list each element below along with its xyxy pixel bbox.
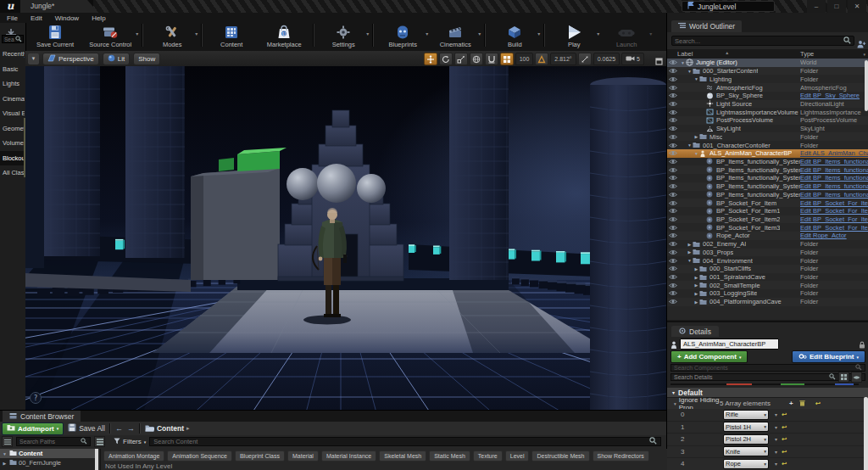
tree-item-content[interactable]: ▼Content [0, 449, 95, 458]
sidebar-item-all-class[interactable]: All Class [0, 165, 25, 181]
sidebar-item-blockout[interactable]: Blockout [0, 151, 25, 166]
filters-button[interactable]: Filters ▾ [114, 438, 146, 446]
play-button[interactable]: ▾Play [548, 23, 600, 48]
place-search-input[interactable]: Sea [2, 35, 24, 43]
collapse-arrow-icon[interactable]: ▶ [687, 242, 693, 247]
outliner-row[interactable]: BP_Sky_SphereEdit BP_Sky_Sphere [667, 92, 868, 100]
close-button[interactable]: ✕ [848, 0, 866, 13]
outliner-row[interactable]: ▼000_StarterContentFolder [667, 67, 868, 76]
reset-to-default-icon[interactable]: ↩ [782, 448, 787, 456]
visibility-eye-icon[interactable] [667, 134, 678, 140]
outliner-row[interactable]: ▶003_PropsFolder [667, 249, 868, 257]
expand-arrow-icon[interactable]: ▼ [680, 60, 686, 65]
rotation-snap-value[interactable]: 2.812° [550, 53, 576, 65]
outliner-search-input[interactable]: Search... [671, 36, 854, 46]
content-button[interactable]: Content [205, 23, 258, 48]
visibility-eye-icon[interactable] [667, 266, 678, 271]
filter-chip-destructible-mesh[interactable]: Destructible Mesh [531, 450, 589, 462]
outliner-row[interactable]: BP_Socket_For_Item2Edit BP_Socket_For_It… [667, 215, 868, 224]
outliner-row[interactable]: SkyLightSkyLight [667, 125, 868, 133]
forward-button[interactable]: → [127, 424, 135, 433]
viewport-scene[interactable]: ? [25, 66, 666, 410]
save-all-button[interactable]: Save All [68, 423, 105, 434]
edit-blueprint-link[interactable]: Edit BP_Items_functionally_System8094 [800, 182, 868, 190]
actor-name-field[interactable]: ALS_AnimMan_CharacterBP [680, 339, 779, 350]
edit-blueprint-link[interactable]: Edit BP_Items_functionally_System4246 [800, 166, 868, 174]
visibility-eye-icon[interactable] [667, 249, 678, 255]
expand-arrow-icon[interactable]: ▼ [687, 143, 693, 148]
world-local-toggle-button[interactable] [470, 53, 483, 65]
array-item-dropdown[interactable]: Rifle▾ [723, 410, 769, 420]
delete-elements-icon[interactable] [799, 400, 805, 408]
add-component-button[interactable]: + Add Component ▾ [670, 350, 748, 363]
visibility-eye-icon[interactable] [667, 241, 678, 247]
filter-chip-static-mesh[interactable]: Static Mesh [429, 450, 470, 462]
back-button[interactable]: ← [115, 424, 123, 433]
element-options-caret-icon[interactable]: ▾ [775, 424, 777, 430]
outliner-row[interactable]: ▼001_CharacterContollerFolder [667, 141, 868, 149]
outliner-row[interactable]: BP_Items_functionally_SystemEdit BP_Item… [667, 158, 868, 166]
edit-blueprint-link[interactable]: Edit BP_Socket_For_Item3 [800, 224, 868, 232]
visibility-eye-icon[interactable] [667, 143, 678, 148]
filter-chip-animation-montage[interactable]: Animation Montage [103, 450, 164, 462]
rotation-snap-toggle-button[interactable] [535, 53, 548, 65]
asset-view[interactable]: Animation MontageAnimation SequenceBluep… [100, 449, 667, 470]
outliner-row[interactable]: ▼ALS_AnimMan_CharacterBPEdit ALS_AnimMan… [667, 149, 868, 158]
edit-blueprint-link[interactable]: Edit BP_Items_functionally_System [800, 158, 868, 165]
outliner-row[interactable]: AtmosphericFogAtmosphericFog [667, 83, 868, 92]
list-view-button[interactable] [94, 436, 105, 447]
visibility-eye-icon[interactable] [667, 76, 678, 82]
reset-to-default-icon[interactable]: ↩ [782, 423, 787, 431]
lit-mode-button[interactable]: Lit [103, 53, 130, 65]
collapse-arrow-icon[interactable]: ▶ [693, 134, 699, 139]
menu-file[interactable]: File [7, 14, 18, 22]
search-paths-input[interactable]: Search Paths [16, 437, 91, 446]
visibility-eye-icon[interactable] [667, 109, 678, 115]
grid-snap-toggle-button[interactable] [500, 53, 514, 65]
edit-blueprint-button[interactable]: Edit Blueprint ▾ [792, 350, 865, 363]
tab-details[interactable]: Details [671, 326, 719, 337]
modes-button[interactable]: ▾Modes [146, 23, 198, 48]
surface-snap-button[interactable] [485, 53, 498, 65]
filter-chip-material[interactable]: Material [287, 450, 319, 462]
outliner-row[interactable]: ▶001_SpiralandCaveFolder [667, 273, 868, 282]
element-options-caret-icon[interactable]: ▾ [775, 436, 777, 442]
visibility-eye-icon[interactable] [667, 92, 678, 98]
outliner-row[interactable]: BP_Items_functionally_System4246Edit BP_… [667, 165, 868, 174]
visibility-eye-icon[interactable] [667, 183, 678, 189]
outliner-row[interactable]: Light SourceDirectionalLight [667, 100, 868, 109]
expand-arrow-icon[interactable]: ▼ [693, 151, 699, 156]
maximize-button[interactable]: □ [827, 0, 846, 13]
expand-arrow-icon[interactable]: ▼ [687, 258, 693, 263]
viewport-help-icon[interactable]: ? [31, 393, 42, 404]
property-matrix-button[interactable] [838, 372, 849, 383]
outliner-row[interactable]: ▶002_Enemy_AIFolder [667, 240, 868, 249]
reset-to-default-icon[interactable]: ↩ [815, 400, 821, 407]
visibility-eye-icon[interactable] [667, 159, 678, 165]
visibility-eye-icon[interactable] [667, 126, 678, 131]
array-item-dropdown[interactable]: Knife▾ [723, 446, 769, 456]
edit-blueprint-link[interactable]: Edit BP_Socket_For_Item1 [800, 207, 868, 215]
outliner-row[interactable]: BP_Socket_For_Item3Edit BP_Socket_For_It… [667, 223, 868, 232]
expand-arrow-icon[interactable]: ▼ [693, 76, 699, 81]
collapse-arrow-icon[interactable]: ▶ [693, 283, 699, 288]
array-item-dropdown[interactable]: Pistol 1H▾ [723, 422, 769, 432]
save-current-button[interactable]: Save Current [29, 23, 81, 48]
perspective-button[interactable]: Perspective [42, 53, 99, 65]
visibility-eye-icon[interactable] [667, 283, 678, 288]
tab-content-browser[interactable]: Content Browser [3, 411, 81, 422]
viewport-options-dropdown[interactable]: ▼ [28, 53, 39, 64]
blueprints-button[interactable]: ▾Blueprints [376, 23, 429, 48]
collapse-arrow-icon[interactable]: ▶ [687, 249, 693, 255]
sidebar-item-cinemat[interactable]: Cinemat [0, 92, 25, 107]
outliner-row[interactable]: BP_Socket_For_Item1Edit BP_Socket_For_It… [667, 207, 868, 215]
outliner-row[interactable]: ▶003_LoggingSiteFolder [667, 289, 868, 298]
element-options-caret-icon[interactable]: ▾ [775, 449, 777, 455]
outliner-row[interactable]: ▶MiscFolder [667, 132, 868, 141]
visibility-eye-icon[interactable] [667, 117, 678, 123]
outliner-row[interactable]: ▼004_EnvironmentFolder [667, 256, 868, 265]
details-scrollbar[interactable] [864, 397, 868, 470]
visibility-eye-icon[interactable] [667, 299, 678, 305]
move-tool-button[interactable] [424, 53, 437, 65]
visibility-eye-icon[interactable] [667, 208, 678, 214]
